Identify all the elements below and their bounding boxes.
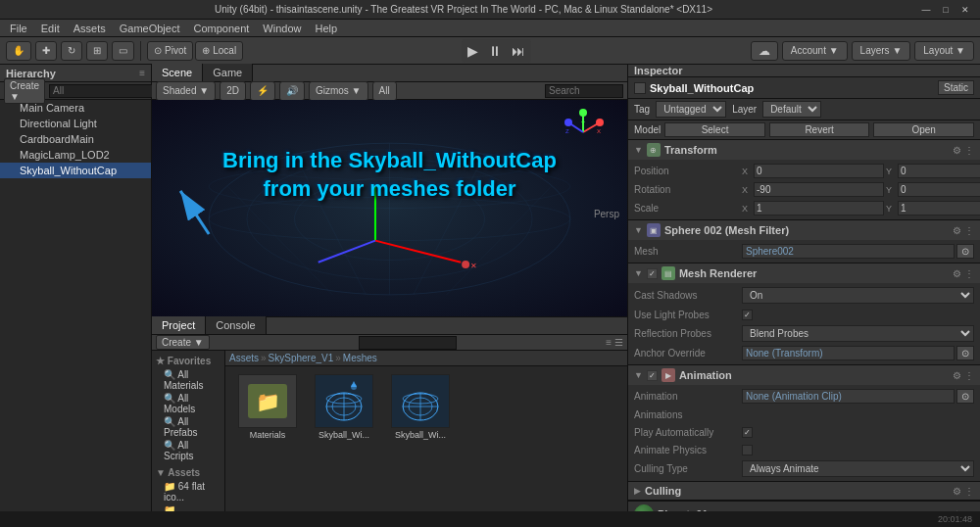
hierarchy-item-directional-light[interactable]: Directional Light: [0, 116, 151, 131]
use-light-probes-check[interactable]: ✓: [742, 310, 753, 320]
local-button[interactable]: ⊕ Local: [195, 41, 243, 61]
bc-skysphere[interactable]: SkySphere_V1: [269, 353, 334, 363]
move-tool[interactable]: ✚: [35, 41, 57, 61]
gizmos-button[interactable]: Gizmos ▼: [309, 81, 368, 101]
culling-section[interactable]: ▶ Culling ⚙ ⋮: [628, 482, 980, 501]
account-button[interactable]: Account ▼: [782, 41, 848, 61]
select-button[interactable]: Select: [664, 122, 765, 137]
anchor-value: None (Transform) ⊙: [742, 346, 974, 360]
tab-project[interactable]: Project: [152, 316, 206, 334]
culling-type-select[interactable]: Always Animate: [742, 460, 974, 477]
anchor-select-button[interactable]: ⊙: [956, 346, 974, 360]
layer-select[interactable]: Default: [762, 101, 821, 118]
mesh-renderer-header[interactable]: ▼ ✓ ▤ Mesh Renderer ⚙ ⋮: [628, 264, 980, 283]
play-button[interactable]: ▶: [464, 41, 482, 61]
revert-button[interactable]: Revert: [769, 122, 870, 137]
culling-arrow: ▶: [634, 486, 641, 496]
hierarchy-item-magic-lamp[interactable]: MagicLamp_LOD2: [0, 147, 151, 163]
layout-button[interactable]: Layout ▼: [914, 41, 974, 61]
hierarchy-item-skyball[interactable]: Skyball_WithoutCap: [0, 163, 151, 178]
cast-shadows-select[interactable]: On: [742, 287, 974, 304]
tab-console[interactable]: Console: [206, 316, 266, 334]
asset-item-materials[interactable]: 📁 Materials: [233, 374, 302, 527]
rot-y-input[interactable]: [898, 182, 980, 197]
asset-item-skyball1[interactable]: Skyball_Wi...: [310, 374, 378, 527]
animations-row: Animations: [628, 406, 980, 423]
animation-menu[interactable]: ⚙ ⋮: [953, 370, 974, 381]
static-button[interactable]: Static: [938, 80, 974, 95]
shaded-dropdown[interactable]: Shaded ▼: [156, 81, 216, 101]
audio-button[interactable]: 🔊: [279, 81, 305, 101]
menu-file[interactable]: File: [4, 20, 33, 37]
lighting-button[interactable]: ⚡: [250, 81, 275, 101]
hierarchy-item-cardboard-main[interactable]: CardboardMain: [0, 131, 151, 147]
culling-menu[interactable]: ⚙ ⋮: [953, 486, 974, 497]
tab-game[interactable]: Game: [203, 64, 253, 81]
animation-clip-link[interactable]: None (Animation Clip): [742, 389, 955, 404]
rect-tool[interactable]: ▭: [112, 41, 134, 61]
bc-assets[interactable]: Assets: [229, 353, 259, 363]
open-button[interactable]: Open: [873, 122, 974, 137]
menu-gameobject[interactable]: GameObject: [114, 20, 186, 37]
scale-y-input[interactable]: [898, 201, 980, 216]
animation-checkbox[interactable]: ✓: [647, 370, 658, 381]
menu-help[interactable]: Help: [309, 20, 343, 37]
project-create-button[interactable]: Create ▼: [156, 335, 210, 350]
scale-x-input[interactable]: [754, 201, 884, 216]
fav-all-prefabs[interactable]: 🔍 All Prefabs: [152, 415, 224, 439]
object-active-checkbox[interactable]: [634, 82, 646, 94]
menu-assets[interactable]: Assets: [68, 20, 112, 37]
menu-window[interactable]: Window: [257, 20, 307, 37]
tab-scene[interactable]: Scene: [152, 64, 203, 81]
animate-physics-check[interactable]: [742, 445, 753, 455]
pos-x-item: X: [742, 164, 884, 178]
mesh-renderer-checkbox[interactable]: ✓: [647, 268, 658, 279]
project-search-input[interactable]: [359, 336, 457, 350]
scale-tool[interactable]: ⊞: [86, 41, 108, 61]
2d-button[interactable]: 2D: [220, 81, 246, 101]
menu-edit[interactable]: Edit: [35, 20, 66, 37]
rotate-tool[interactable]: ↻: [61, 41, 82, 61]
scene-viewport[interactable]: ✕ Persp Bring in the Skyball_WithoutCapf…: [152, 100, 627, 316]
pos-x-input[interactable]: [754, 164, 884, 178]
minimize-button[interactable]: —: [919, 3, 933, 17]
asset-64flat[interactable]: 📁 64 flat ico...: [152, 480, 224, 503]
tag-select[interactable]: Untagged: [656, 101, 726, 118]
rot-x-input[interactable]: [754, 182, 884, 197]
mesh-select-button[interactable]: ⊙: [956, 244, 974, 259]
anchor-link[interactable]: None (Transform): [742, 346, 955, 360]
fav-all-models[interactable]: 🔍 All Models: [152, 392, 224, 415]
reflection-probes-select[interactable]: Blend Probes: [742, 325, 974, 342]
fav-all-materials[interactable]: 🔍 All Materials: [152, 368, 224, 392]
layers-button[interactable]: Layers ▼: [852, 41, 911, 61]
maximize-button[interactable]: □: [939, 3, 953, 17]
menu-component[interactable]: Component: [187, 20, 255, 37]
cloud-button[interactable]: ☁: [751, 41, 778, 61]
hand-tool[interactable]: ✋: [6, 41, 31, 61]
pivot-button[interactable]: ⊙ Pivot: [147, 41, 193, 61]
transform-header[interactable]: ▼ ⊕ Transform ⚙ ⋮: [628, 140, 980, 160]
mesh-filter-header[interactable]: ▼ ▣ Sphere 002 (Mesh Filter) ⚙ ⋮: [628, 220, 980, 240]
mesh-link[interactable]: Sphere002: [742, 244, 955, 259]
mesh-filter-menu[interactable]: ⚙ ⋮: [953, 225, 974, 236]
pivot-icon: ⊙: [154, 45, 162, 56]
asset-item-skyball2[interactable]: Skyball_Wi...: [386, 374, 455, 527]
rot-x-item: X: [742, 182, 884, 197]
all-button[interactable]: All: [372, 81, 397, 101]
animation-header[interactable]: ▼ ✓ ▶ Animation ⚙ ⋮: [628, 365, 980, 385]
step-button[interactable]: ⏭: [508, 41, 529, 61]
transform-menu[interactable]: ⚙ ⋮: [953, 145, 974, 156]
hierarchy-item-main-camera[interactable]: Main Camera: [0, 100, 151, 116]
play-auto-check[interactable]: ✓: [742, 427, 753, 438]
scene-search-input[interactable]: [545, 84, 623, 98]
bc-meshes[interactable]: Meshes: [343, 353, 377, 363]
animation-select-button[interactable]: ⊙: [956, 389, 974, 404]
mesh-renderer-menu[interactable]: ⚙ ⋮: [953, 268, 974, 279]
pos-x-label: X: [742, 167, 752, 176]
close-button[interactable]: ✕: [958, 3, 972, 17]
pause-button[interactable]: ⏸: [484, 41, 506, 61]
pos-y-input[interactable]: [898, 164, 980, 178]
transform-title: Transform: [664, 144, 949, 156]
svg-point-25: [579, 109, 587, 117]
fav-all-scripts[interactable]: 🔍 All Scripts: [152, 439, 224, 462]
